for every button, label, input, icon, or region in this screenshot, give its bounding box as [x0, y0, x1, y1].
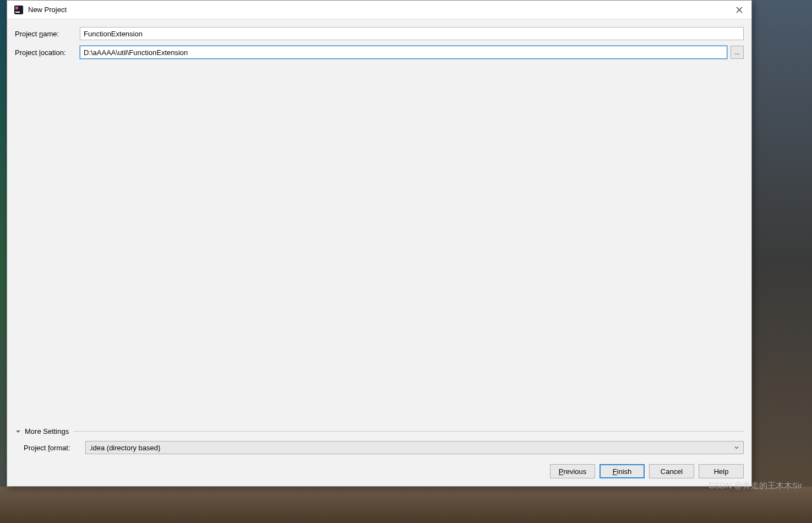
- content-spacer: [15, 64, 744, 425]
- project-format-select[interactable]: .idea (directory based): [85, 441, 744, 454]
- chevron-down-icon: [732, 441, 742, 454]
- help-button[interactable]: Help: [699, 464, 744, 478]
- project-format-label: Project format:: [24, 444, 85, 452]
- more-settings-label: More Settings: [25, 427, 69, 435]
- project-name-row: Project name:: [15, 27, 744, 40]
- new-project-dialog: New Project Project name: Project locati…: [7, 0, 752, 487]
- project-location-input[interactable]: [80, 46, 727, 59]
- desktop-left-strip: [0, 0, 7, 523]
- project-location-label: Project location:: [15, 48, 80, 57]
- dialog-content: Project name: Project location: ... More…: [7, 19, 751, 461]
- browse-button[interactable]: ...: [731, 46, 744, 59]
- project-name-label: Project name:: [15, 30, 80, 38]
- separator-line: [73, 431, 744, 432]
- close-icon[interactable]: [729, 2, 749, 18]
- window-title: New Project: [28, 6, 729, 14]
- desktop-bottom-strip: [0, 487, 812, 523]
- svg-rect-1: [15, 7, 18, 9]
- svg-rect-2: [15, 12, 20, 13]
- titlebar: New Project: [7, 1, 751, 19]
- project-format-row: Project format: .idea (directory based): [24, 441, 744, 454]
- project-name-input[interactable]: [80, 27, 744, 40]
- finish-button[interactable]: Finish: [600, 464, 645, 478]
- previous-button[interactable]: Previous: [550, 464, 595, 478]
- more-settings-toggle[interactable]: More Settings: [15, 427, 744, 435]
- cancel-button[interactable]: Cancel: [649, 464, 694, 478]
- button-bar: Previous Finish Cancel Help: [7, 461, 751, 486]
- chevron-down-icon: [15, 428, 21, 435]
- app-icon: [14, 5, 24, 15]
- project-location-row: Project location: ...: [15, 46, 744, 59]
- project-format-value: .idea (directory based): [85, 441, 744, 454]
